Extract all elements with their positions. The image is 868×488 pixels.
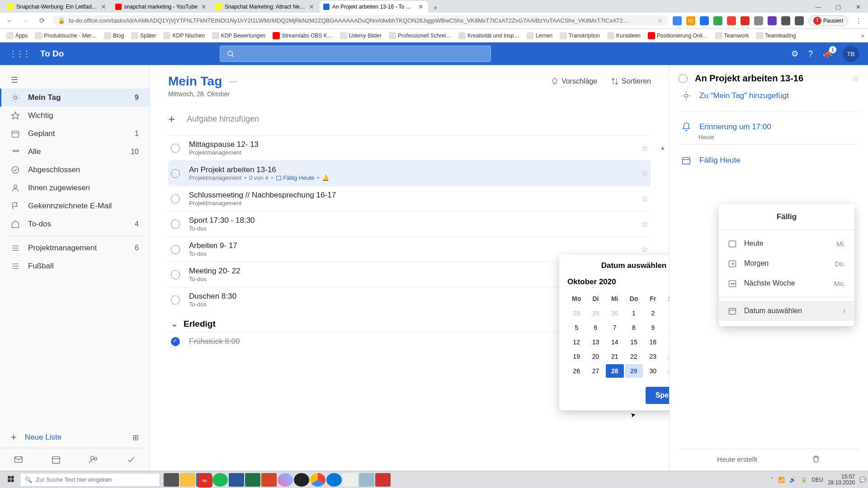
bookmark[interactable]: Teamleading — [753, 30, 798, 41]
add-task-input[interactable]: +Aufgabe hinzufügen — [168, 104, 651, 134]
spotify-button[interactable] — [212, 473, 228, 487]
maximize-button[interactable]: ▢ — [828, 1, 848, 13]
calendar-day[interactable]: 21 — [606, 350, 624, 363]
trash-icon[interactable] — [811, 455, 821, 464]
close-icon[interactable]: ✕ — [200, 3, 208, 10]
sidebar-item-mein-tag[interactable]: Mein Tag9 — [0, 89, 150, 107]
task-row[interactable]: An Projekt arbeiten 13-16Projektmanageme… — [168, 160, 651, 186]
ext-icon[interactable] — [741, 16, 750, 25]
added-to-my-day[interactable]: Zu "Mein Tag" hinzugefügt — [679, 84, 859, 108]
calendar-day[interactable]: 28 — [567, 306, 585, 320]
due-option-pick-date[interactable]: Datum auswählen› — [719, 301, 854, 321]
ext-icon[interactable] — [754, 16, 763, 25]
bookmarks-overflow[interactable]: » — [861, 33, 864, 39]
reminder-row[interactable]: Erinnerung um 17:00 — [679, 116, 859, 134]
start-button[interactable] — [2, 475, 20, 484]
calendar-day[interactable]: 13 — [586, 335, 604, 349]
tab-snapchat-marketing[interactable]: Snapchat Marketing: Attract Ne…✕ — [212, 1, 319, 13]
calendar-day[interactable]: 31 — [663, 364, 669, 378]
new-group-icon[interactable]: ⊞ — [132, 433, 139, 442]
star-icon[interactable]: ☆ — [641, 244, 648, 254]
back-button[interactable]: ← — [4, 17, 15, 24]
complete-checkbox[interactable] — [171, 270, 180, 279]
bookmark[interactable]: Blog — [101, 30, 127, 41]
task-detail-title[interactable]: An Projekt arbeiten 13-16 — [695, 73, 844, 84]
calendar-day[interactable]: 30 — [644, 364, 662, 378]
sidebar-item-wichtig[interactable]: Wichtig — [0, 107, 150, 125]
sort-button[interactable]: Sortieren — [611, 77, 651, 85]
reload-button[interactable]: ⟳ — [36, 17, 48, 25]
hamburger-icon[interactable]: ☰ — [0, 71, 150, 89]
calendar-day[interactable]: 29 — [586, 306, 604, 320]
calendar-day[interactable]: 14 — [606, 335, 624, 349]
due-option-today[interactable]: HeuteMi. — [719, 234, 854, 253]
calendar-day[interactable]: 30 — [606, 306, 624, 320]
bookmark[interactable]: KDP Bewertungen — [209, 30, 269, 41]
file-explorer-button[interactable] — [180, 473, 195, 487]
bookmark[interactable]: Lernen — [524, 30, 555, 41]
bookmark[interactable]: Professionell Schrei… — [386, 30, 454, 41]
close-icon[interactable]: ✕ — [417, 3, 425, 10]
app-button[interactable] — [359, 473, 374, 487]
bookmark[interactable]: Produktsuche - Mer… — [32, 30, 99, 41]
avatar[interactable]: TB — [843, 46, 859, 62]
calendar-day[interactable]: 6 — [586, 321, 604, 334]
bookmark[interactable]: Später — [128, 30, 159, 41]
bookmark[interactable]: Teamwork — [712, 30, 752, 41]
bookmark[interactable]: Positionierung Onli… — [645, 30, 711, 41]
language-indicator[interactable]: DEU — [812, 477, 823, 483]
sidebar-list-projektmanagement[interactable]: Projektmanagement6 — [0, 239, 150, 257]
tray-clock[interactable]: 15:5728.10.2020 — [828, 474, 855, 486]
app-button[interactable] — [375, 473, 391, 487]
new-tab-button[interactable]: + — [429, 2, 442, 13]
mail-icon[interactable] — [14, 455, 24, 465]
profile-button[interactable]: T Pausiert — [808, 15, 848, 26]
forward-button[interactable]: → — [20, 17, 32, 24]
bookmark[interactable]: Streamlabs OBS K… — [270, 30, 335, 41]
star-icon[interactable]: ☆ — [641, 219, 648, 229]
new-list-button[interactable]: +Neue Liste⊞ — [0, 427, 150, 448]
complete-checkbox[interactable] — [171, 169, 180, 178]
taskbar-search[interactable]: 🔍Zur Suche Text hier eingeben — [20, 473, 160, 487]
due-option-next-week[interactable]: Nächste WocheMo. — [719, 273, 854, 293]
calendar-day[interactable]: 3 — [663, 306, 669, 320]
excel-button[interactable] — [245, 473, 260, 487]
sidebar-item-abgeschlossen[interactable]: Abgeschlossen — [0, 161, 150, 179]
calendar-day[interactable]: 1 — [625, 306, 643, 320]
star-icon[interactable]: ☆ — [641, 143, 648, 153]
complete-checkbox[interactable] — [171, 144, 180, 153]
calendar-day[interactable]: 9 — [644, 321, 662, 334]
people-icon[interactable] — [89, 455, 99, 465]
sidebar-item-todos[interactable]: To-dos4 — [0, 215, 150, 233]
star-icon[interactable]: ☆ — [641, 194, 648, 204]
calendar-day[interactable]: 28 — [606, 364, 624, 378]
app-launcher-icon[interactable]: ⋮⋮⋮ — [9, 49, 29, 59]
task-row[interactable]: Mittagspause 12- 13Projektmanagement☆ — [168, 135, 651, 160]
calendar-day[interactable]: 15 — [625, 335, 643, 349]
chrome-button[interactable] — [310, 473, 326, 487]
complete-checkbox[interactable] — [171, 220, 180, 229]
scroll-up-icon[interactable]: ▲ — [660, 145, 665, 151]
bookmark[interactable]: KDP Nischen — [160, 30, 207, 41]
star-icon[interactable]: ☆ — [852, 74, 859, 84]
calendar-day[interactable]: 5 — [567, 321, 585, 334]
url-input[interactable]: 🔒 to-do.office.com/tasks/id/AAMkADQ1YjVj… — [52, 15, 668, 26]
close-icon[interactable]: ✕ — [100, 3, 107, 10]
complete-checkbox[interactable] — [171, 337, 180, 346]
complete-checkbox[interactable] — [171, 296, 180, 305]
calendar-day[interactable]: 29 — [625, 364, 643, 378]
ext-icon[interactable]: IQ — [686, 16, 695, 25]
calendar-icon[interactable] — [51, 455, 61, 465]
tab-snapchat-werbung[interactable]: Snapchat-Werbung: Ein Leitfad…✕ — [4, 1, 111, 13]
month-label[interactable]: Oktober 2020 — [567, 277, 616, 286]
calendar-day[interactable]: 20 — [586, 350, 604, 363]
calendar-day[interactable]: 2 — [644, 306, 662, 320]
calendar-day[interactable]: 12 — [567, 335, 585, 349]
tab-todo[interactable]: An Projekt arbeiten 13-16 - To D…✕ — [320, 1, 428, 13]
sidebar-list-fussball[interactable]: Fußball — [0, 257, 150, 275]
bookmark[interactable]: Kursideen — [604, 30, 643, 41]
more-options-button[interactable]: ⋯ — [229, 76, 237, 86]
calendar-day[interactable]: 7 — [606, 321, 624, 334]
calendar-day[interactable]: 19 — [567, 350, 585, 363]
task-view-button[interactable] — [164, 473, 179, 487]
